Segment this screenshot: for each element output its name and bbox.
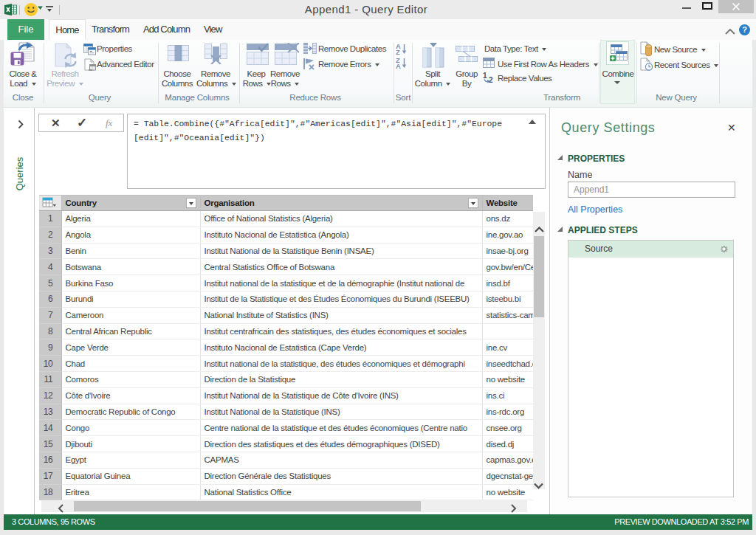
svg-text:Z: Z xyxy=(396,48,400,55)
svg-text:A: A xyxy=(396,62,401,69)
svg-text:1: 1 xyxy=(483,72,487,80)
svg-text:2: 2 xyxy=(489,76,493,83)
